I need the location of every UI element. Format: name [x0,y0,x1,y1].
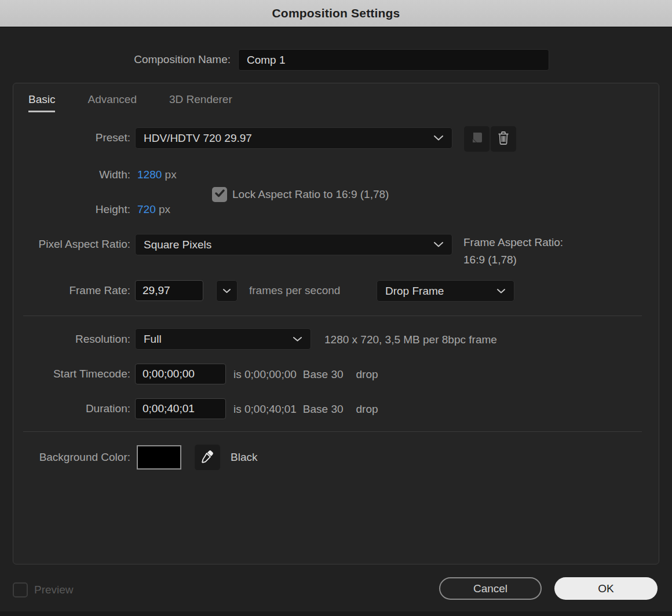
start-timecode-input[interactable] [135,364,226,384]
start-timecode-is: is 0;00;00;00 [233,368,297,381]
lock-aspect-row: Lock Aspect Ratio to 16:9 (1,78) [212,187,389,202]
cancel-button[interactable]: Cancel [439,577,542,600]
frame-rate-preset-dropdown[interactable] [216,280,238,302]
eyedropper-button[interactable] [195,445,220,470]
pixel-aspect-ratio-dropdown[interactable]: Square Pixels [135,234,452,255]
save-preset-button[interactable] [464,126,490,152]
window-bottom-edge [0,611,672,616]
dialog-titlebar: Composition Settings [0,0,672,27]
background-color-swatch[interactable] [137,445,181,470]
chevron-down-icon [433,135,444,141]
divider [23,431,642,432]
composition-settings-dialog: { "title": "Composition Settings", "comp… [0,0,672,616]
tab-basic[interactable]: Basic [28,93,55,112]
height-label: Height: [13,203,130,216]
duration-input[interactable] [135,398,226,419]
resolution-dropdown[interactable]: Full [135,328,311,350]
lock-aspect-checkbox[interactable] [212,187,227,202]
tab-bar: Basic Advanced 3D Renderer [28,93,232,112]
settings-panel [13,83,659,564]
width-value-row: 1280 px [137,168,177,181]
duration-info-row: is 0;00;40;01 Base 30 drop [233,403,378,416]
preset-value: HDV/HDTV 720 29.97 [144,132,252,145]
frame-rate-label: Frame Rate: [13,284,130,297]
composition-name-label: Composition Name: [0,53,231,66]
chevron-down-icon [496,288,506,294]
drop-frame-value: Drop Frame [385,285,444,298]
background-color-label: Background Color: [0,451,130,464]
lock-aspect-label: Lock Aspect Ratio to 16:9 (1,78) [232,188,389,201]
frames-per-second-label: frames per second [249,284,340,297]
duration-label: Duration: [13,402,130,415]
resolution-value: Full [144,333,162,346]
preset-label: Preset: [13,131,130,144]
frame-rate-input[interactable] [135,280,203,301]
pixel-aspect-ratio-label: Pixel Aspect Ratio: [0,238,130,251]
preview-row: Preview [13,582,74,597]
checkmark-icon [215,189,225,200]
start-timecode-drop: drop [356,368,378,381]
duration-base: Base 30 [303,403,344,416]
resolution-label: Resolution: [13,333,130,346]
preset-dropdown[interactable]: HDV/HDTV 720 29.97 [135,127,452,149]
chevron-down-icon [293,336,302,342]
duration-is: is 0;00;40;01 [233,403,297,416]
preview-label: Preview [34,584,74,596]
resolution-info: 1280 x 720, 3,5 MB per 8bpc frame [324,333,497,346]
delete-preset-button[interactable] [491,126,516,152]
composition-name-input[interactable] [238,49,549,71]
divider [23,316,642,316]
trash-icon [496,130,510,148]
height-unit: px [159,203,170,215]
tab-3d-renderer[interactable]: 3D Renderer [169,93,232,112]
dialog-title: Composition Settings [272,6,400,20]
frame-aspect-ratio-title: Frame Aspect Ratio: [463,236,563,249]
frame-aspect-ratio-value: 16:9 (1,78) [463,254,517,266]
save-preset-icon [470,131,484,147]
tab-advanced[interactable]: Advanced [87,93,137,112]
pixel-aspect-ratio-value: Square Pixels [144,239,211,251]
drop-frame-dropdown[interactable]: Drop Frame [377,280,514,302]
height-value[interactable]: 720 [137,203,156,215]
ok-button[interactable]: OK [554,577,658,600]
preview-checkbox[interactable] [13,582,28,597]
start-timecode-base: Base 30 [303,368,344,381]
start-timecode-info-row: is 0;00;00;00 Base 30 drop [233,368,378,381]
chevron-down-icon [222,288,231,294]
start-timecode-label: Start Timecode: [0,368,130,380]
width-value[interactable]: 1280 [137,168,162,181]
chevron-down-icon [433,241,444,248]
height-value-row: 720 px [137,203,170,216]
background-color-name: Black [231,451,257,464]
eyedropper-icon [200,449,214,465]
duration-drop: drop [356,403,378,416]
width-unit: px [165,168,177,181]
width-label: Width: [13,168,130,181]
